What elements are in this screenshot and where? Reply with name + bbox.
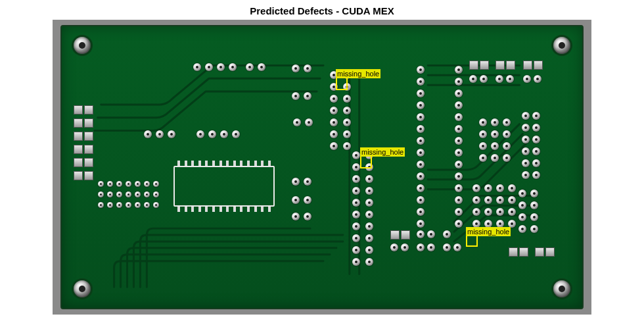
figure-window: Predicted Defects - CUDA MEX [0, 0, 644, 331]
pcb-pad [305, 118, 313, 126]
pcb-pad [84, 171, 93, 180]
pcb-pad [84, 145, 93, 154]
pcb-pad [292, 64, 300, 72]
pcb-pad [74, 118, 83, 128]
figure-title: Predicted Defects - CUDA MEX [0, 5, 644, 16]
mounting-hole [74, 280, 91, 297]
pcb-pad [292, 92, 300, 100]
pcb-pad [74, 105, 83, 115]
pcb-pad [292, 196, 300, 204]
pcb-pad [74, 171, 83, 180]
pcb-pad [304, 92, 311, 100]
mounting-hole [74, 37, 91, 54]
pcb-pad [74, 145, 83, 154]
image-axes: /* decorative only */ [53, 20, 591, 315]
pcb-pad [84, 158, 93, 167]
pcb-pad [84, 132, 93, 141]
pcb-pad [304, 213, 311, 220]
pcb-pad [74, 158, 83, 167]
pcb-pad [304, 178, 311, 186]
pcb-pad [293, 118, 301, 126]
detection-bbox: missing_hole [466, 235, 478, 247]
detection-label: missing_hole [466, 227, 511, 236]
mounting-hole [553, 37, 570, 54]
pcb-pad [292, 213, 300, 220]
pcb-pad [84, 105, 93, 115]
pcb-board: /* decorative only */ [60, 25, 584, 309]
pcb-pad [304, 196, 311, 204]
pcb-pad [292, 178, 300, 186]
pcb-pad [74, 132, 83, 141]
mounting-hole [553, 280, 570, 297]
pcb-pad [84, 118, 93, 128]
ic-chip-outline [173, 166, 275, 207]
pcb-pad [304, 64, 311, 72]
pad-grid [98, 181, 170, 217]
